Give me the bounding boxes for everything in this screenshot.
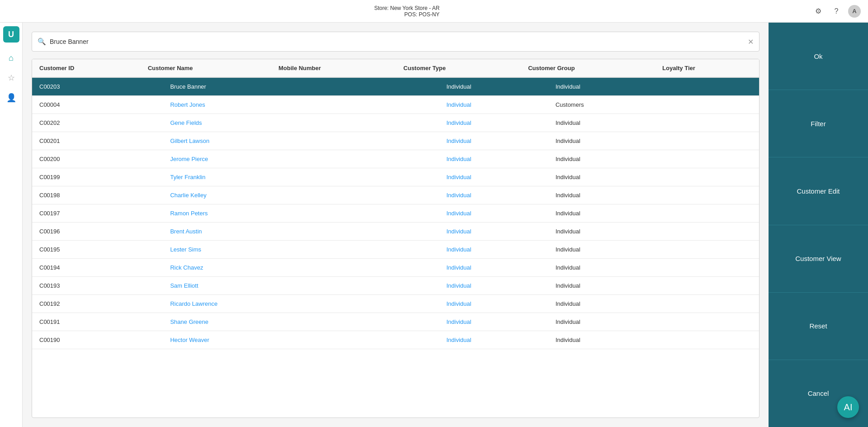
col-header-name: Customer Name	[141, 59, 271, 77]
table-row[interactable]: C00198 Charlie Kelley Individual Individ…	[32, 186, 759, 204]
customer_edit-button[interactable]: Customer Edit	[769, 157, 868, 225]
cell-loyalty	[657, 78, 759, 96]
cell-mobile	[308, 186, 439, 204]
cell-group: Individual	[548, 241, 657, 259]
search-input[interactable]	[50, 38, 744, 45]
cell-mobile	[308, 223, 439, 241]
cell-name: Robert Jones	[163, 96, 308, 114]
col-header-type: Customer Type	[396, 59, 521, 77]
cell-group: Individual	[548, 259, 657, 277]
table-row[interactable]: C00200 Jerome Pierce Individual Individu…	[32, 150, 759, 168]
settings-icon[interactable]: ⚙	[812, 5, 825, 18]
cell-group: Individual	[548, 223, 657, 241]
cell-id: C00192	[32, 295, 163, 313]
cell-mobile	[308, 78, 439, 96]
fab-button[interactable]: AI	[837, 396, 859, 418]
col-header-mobile: Mobile Number	[271, 59, 396, 77]
cell-mobile	[308, 150, 439, 168]
cell-name: Lester Sims	[163, 241, 308, 259]
cell-loyalty	[657, 223, 759, 241]
col-header-group: Customer Group	[521, 59, 655, 77]
table-header: Customer ID Customer Name Mobile Number …	[32, 59, 759, 77]
cell-mobile	[308, 259, 439, 277]
cell-type: Individual	[439, 96, 548, 114]
cell-type: Individual	[439, 223, 548, 241]
cell-mobile	[308, 168, 439, 186]
cell-type: Individual	[439, 114, 548, 132]
cell-group: Individual	[548, 186, 657, 204]
help-icon[interactable]: ?	[830, 5, 843, 18]
cell-id: C00202	[32, 114, 163, 132]
cell-name: Charlie Kelley	[163, 186, 308, 204]
cell-loyalty	[657, 114, 759, 132]
table-row[interactable]: C00197 Ramon Peters Individual Individua…	[32, 204, 759, 223]
ok-button[interactable]: Ok	[769, 23, 868, 90]
table-row[interactable]: C00203 Bruce Banner Individual Individua…	[32, 78, 759, 96]
customer_view-button[interactable]: Customer View	[769, 225, 868, 293]
cell-name: Hector Weaver	[163, 331, 308, 349]
cell-group: Individual	[548, 168, 657, 186]
cell-loyalty	[657, 168, 759, 186]
cell-id: C00203	[32, 78, 163, 96]
cell-group: Individual	[548, 295, 657, 313]
cell-mobile	[308, 331, 439, 349]
right-panel: OkFilterCustomer EditCustomer ViewResetC…	[769, 23, 868, 427]
cell-id: C00201	[32, 132, 163, 150]
cell-name: Gilbert Lawson	[163, 132, 308, 150]
cell-id: C00196	[32, 223, 163, 241]
cell-group: Individual	[548, 313, 657, 331]
cell-type: Individual	[439, 313, 548, 331]
cancel-button[interactable]: Cancel	[769, 360, 868, 427]
cell-group: Individual	[548, 204, 657, 223]
table-row[interactable]: C00192 Ricardo Lawrence Individual Indiv…	[32, 295, 759, 313]
cell-type: Individual	[439, 150, 548, 168]
cell-type: Individual	[439, 78, 548, 96]
cell-name: Shane Greene	[163, 313, 308, 331]
table-row[interactable]: C00196 Brent Austin Individual Individua…	[32, 223, 759, 241]
col-header-id: Customer ID	[32, 59, 141, 77]
store-info: Store: New York Store - AR POS: POS-NY	[374, 5, 440, 18]
col-header-loyalty: Loyalty Tier	[655, 59, 759, 77]
main-layout: U ⌂ ☆ 👤 🔍 ✕ Customer ID Customer Name Mo…	[0, 23, 868, 427]
cell-id: C00200	[32, 150, 163, 168]
table-row[interactable]: C00194 Rick Chavez Individual Individual	[32, 259, 759, 277]
topbar: Store: New York Store - AR POS: POS-NY ⚙…	[0, 0, 868, 23]
sidebar-item-user[interactable]: 👤	[3, 90, 19, 106]
content-area: 🔍 ✕ Customer ID Customer Name Mobile Num…	[23, 23, 769, 427]
cell-mobile	[308, 313, 439, 331]
avatar[interactable]: A	[848, 5, 861, 18]
cell-name: Jerome Pierce	[163, 150, 308, 168]
cell-loyalty	[657, 313, 759, 331]
table-row[interactable]: C00195 Lester Sims Individual Individual	[32, 241, 759, 259]
filter-button[interactable]: Filter	[769, 90, 868, 157]
table-row[interactable]: C00202 Gene Fields Individual Individual	[32, 114, 759, 132]
cell-type: Individual	[439, 132, 548, 150]
app-logo[interactable]: U	[3, 26, 19, 43]
cell-group: Individual	[548, 331, 657, 349]
table-row[interactable]: C00201 Gilbert Lawson Individual Individ…	[32, 132, 759, 150]
cell-type: Individual	[439, 259, 548, 277]
cell-id: C00193	[32, 277, 163, 295]
cell-id: C00191	[32, 313, 163, 331]
table-row[interactable]: C00199 Tyler Franklin Individual Individ…	[32, 168, 759, 186]
table-body-wrapper: C00203 Bruce Banner Individual Individua…	[32, 78, 759, 349]
cell-mobile	[308, 277, 439, 295]
cell-name: Ricardo Lawrence	[163, 295, 308, 313]
search-icon: 🔍	[38, 38, 46, 46]
cell-id: C00199	[32, 168, 163, 186]
cell-mobile	[308, 241, 439, 259]
table-row[interactable]: C00190 Hector Weaver Individual Individu…	[32, 331, 759, 349]
cell-type: Individual	[439, 241, 548, 259]
cell-id: C00194	[32, 259, 163, 277]
cell-loyalty	[657, 150, 759, 168]
sidebar-item-home[interactable]: ⌂	[3, 50, 19, 66]
table-row[interactable]: C00191 Shane Greene Individual Individua…	[32, 313, 759, 331]
search-clear-icon[interactable]: ✕	[748, 38, 754, 46]
cell-loyalty	[657, 331, 759, 349]
table-row[interactable]: C00004 Robert Jones Individual Customers	[32, 96, 759, 114]
sidebar-item-bookmark[interactable]: ☆	[3, 70, 19, 86]
reset-button[interactable]: Reset	[769, 293, 868, 360]
table-row[interactable]: C00193 Sam Elliott Individual Individual	[32, 277, 759, 295]
cell-name: Sam Elliott	[163, 277, 308, 295]
table-body: C00203 Bruce Banner Individual Individua…	[32, 78, 759, 349]
